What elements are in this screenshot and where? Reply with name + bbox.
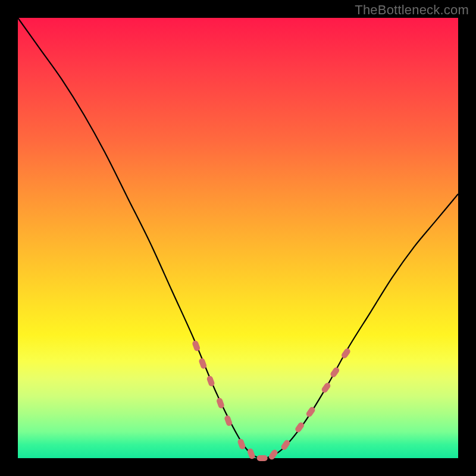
curve-marker (246, 447, 256, 459)
curve-marker (206, 375, 215, 387)
curve-marker (257, 455, 268, 461)
curve-marker (268, 449, 279, 461)
curve-marker (192, 340, 201, 352)
curve-marker (330, 366, 341, 378)
marker-group (192, 340, 352, 461)
outer-frame: TheBottleneck.com (0, 0, 476, 476)
watermark-text: TheBottleneck.com (355, 2, 469, 18)
curve-marker (237, 438, 246, 450)
bottleneck-curve (18, 18, 458, 458)
plot-area (18, 18, 458, 458)
curve-marker (321, 381, 332, 393)
curve-svg (18, 18, 458, 458)
